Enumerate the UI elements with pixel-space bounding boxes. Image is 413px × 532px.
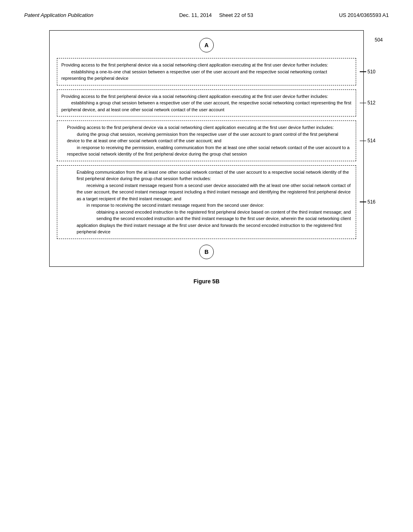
figure-caption: Figure 5B	[24, 278, 389, 285]
box-510-wrapper: Providing access to the first peripheral…	[57, 58, 356, 85]
box-516-wrapper: Enabling communication from the at least…	[57, 165, 356, 239]
box-514-text: Providing access to the first peripheral…	[67, 125, 350, 156]
header-sheet: Sheet 22 of 53	[219, 12, 253, 18]
header-center: Dec. 11, 2014 Sheet 22 of 53	[179, 12, 253, 18]
box-510-text: Providing access to the first peripheral…	[61, 62, 328, 81]
node-a: A	[199, 38, 214, 52]
box-512-text: Providing access to the first peripheral…	[61, 94, 351, 112]
box-512-wrapper: Providing access to the first peripheral…	[57, 89, 356, 117]
header-date: Dec. 11, 2014	[179, 12, 212, 18]
bottom-connector-area: B	[57, 245, 356, 259]
box-516-text: Enabling communication from the at least…	[77, 170, 351, 235]
header-patent-number: US 2014/0365593 A1	[339, 12, 389, 18]
label-514: 514	[360, 138, 375, 143]
box-512: Providing access to the first peripheral…	[57, 89, 356, 117]
page-header: Patent Application Publication Dec. 11, …	[24, 12, 389, 18]
label-516: 516	[360, 199, 375, 205]
page: Patent Application Publication Dec. 11, …	[0, 0, 413, 532]
label-510: 510	[360, 69, 375, 75]
node-b: B	[199, 245, 214, 259]
box-514-wrapper: Providing access to the first peripheral…	[57, 121, 356, 161]
top-connector-area: A	[57, 38, 356, 52]
label-512: 512	[360, 100, 375, 106]
box-514: Providing access to the first peripheral…	[57, 121, 356, 161]
outer-box: 504 A Providing access to the first peri…	[49, 30, 364, 267]
header-publication-type: Patent Application Publication	[24, 12, 94, 18]
box-510: Providing access to the first peripheral…	[57, 58, 356, 85]
box-516: Enabling communication from the at least…	[57, 165, 356, 239]
label-504: 504	[375, 37, 383, 43]
